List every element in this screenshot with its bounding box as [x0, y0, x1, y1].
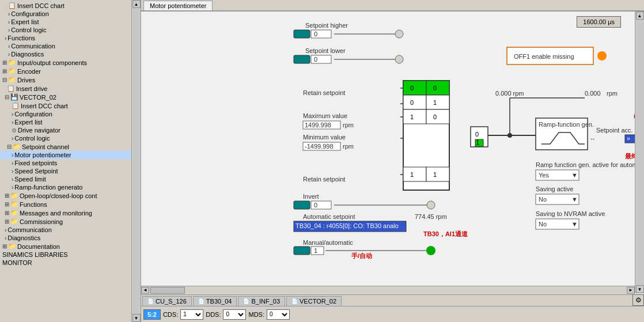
sidebar-item-speed-limit[interactable]: ›Speed limit	[0, 175, 131, 183]
sidebar-item-functions2[interactable]: ⊞📁Functions	[0, 200, 131, 209]
scrollbar-thumb[interactable]	[132, 8, 141, 314]
sidebar-item-expert-list[interactable]: ›Expert list	[0, 18, 131, 26]
tab-bar: 📄CU_S_126📄TB30_04📄B_INF_03📄VECTOR_02	[141, 294, 644, 306]
ramp-active-label: Ramp function gen. active for automatic …	[536, 161, 637, 168]
sidebar-item-open-closed-loop[interactable]: ⊞📁Open-loop/closed-loop cont	[0, 191, 131, 200]
sidebar-item-communication2[interactable]: ›Communication	[0, 226, 131, 234]
svg-text:1: 1	[476, 139, 479, 146]
svg-rect-16	[403, 95, 426, 109]
svg-rect-28	[426, 167, 449, 181]
sidebar-item-configuration2[interactable]: ›Configuration	[0, 110, 131, 118]
svg-text:0: 0	[314, 31, 317, 37]
h-scrollbar[interactable]: ◄ ►	[141, 286, 635, 294]
v-scrollbar[interactable]: ▲ ▼	[635, 12, 644, 293]
h-scroll-right[interactable]: ►	[627, 287, 635, 294]
v-scroll-up[interactable]: ▲	[636, 12, 644, 20]
setpoint-lower-label: Setpoint lower	[305, 47, 346, 54]
sidebar-item-insert-dcc[interactable]: 📋Insert DCC chart	[0, 1, 131, 10]
setpoint-lower-btn[interactable]	[294, 55, 310, 63]
invert-slider[interactable]	[427, 201, 435, 209]
svg-text:0: 0	[410, 99, 414, 106]
diagram-area: Setpoint higher 0 Setpoint lower 0 OFF1	[141, 12, 644, 293]
sidebar-item-encoder[interactable]: ⊞📁Encoder	[0, 67, 131, 75]
dds-label: DDS:	[206, 311, 221, 318]
svg-text:0: 0	[314, 202, 317, 209]
mds-select[interactable]: 0	[267, 309, 290, 320]
annotation-manual: 手/自动	[351, 252, 372, 259]
min-value-label: Minimum value	[303, 134, 346, 141]
svg-text:rpm: rpm	[607, 90, 618, 97]
tab-b_inf_03[interactable]: 📄B_INF_03	[238, 296, 285, 306]
sidebar-item-drive-navigator[interactable]: ⚙Drive navigator	[0, 126, 131, 134]
status-bar: 5:2 CDS: 1 DDS: 0 MDS: 0	[141, 306, 644, 322]
svg-text:0: 0	[433, 85, 437, 92]
sidebar-item-speed-setpoint[interactable]: ›Speed Setpoint	[0, 167, 131, 175]
alert-text: OFF1 enable missing	[514, 53, 574, 60]
svg-text:▼: ▼	[571, 221, 578, 228]
sidebar-item-diagnostics2[interactable]: ›Diagnostics	[0, 234, 131, 242]
v-scroll-down[interactable]: ▼	[636, 285, 644, 293]
sidebar-item-fixed-setpoints[interactable]: ›Fixed setpoints	[0, 159, 131, 167]
h-scroll-thumb[interactable]	[150, 287, 185, 294]
manual-auto-label: Manual/automatic	[303, 239, 353, 246]
invert-btn[interactable]	[294, 201, 310, 209]
invert-label: Invert	[303, 193, 319, 200]
motor-pot-tab[interactable]: Motor potentiometer	[143, 1, 213, 10]
annotation-tb30: TB30，AI1通道	[423, 230, 468, 237]
auto-setpoint-rpm: 774.45 rpm	[415, 213, 447, 220]
sidebar-item-insert-drive[interactable]: 📋Insert drive	[0, 84, 131, 93]
content-area: Motor potentiometer 1600.00 μs Setpoint …	[141, 0, 644, 322]
sidebar-item-sinamics-lib[interactable]: SINAMICS LIBRARIES	[0, 251, 131, 259]
sidebar: 📋Insert DCC chart›Configuration›Expert l…	[0, 0, 141, 322]
scroll-up-btn[interactable]: ▲	[132, 0, 141, 8]
setpoint-lower-slider[interactable]	[395, 55, 403, 63]
svg-rect-12	[403, 81, 426, 95]
sidebar-item-commissioning[interactable]: ⊞📁Commissioning	[0, 217, 131, 226]
setpoint-higher-btn[interactable]	[294, 30, 310, 38]
svg-text:1499.998: 1499.998	[305, 122, 331, 128]
svg-text:No: No	[539, 196, 547, 203]
tab-tb30_04[interactable]: 📄TB30_04	[193, 296, 237, 306]
ramp-label: Ramp-function gen.	[539, 121, 594, 128]
sidebar-item-control-logic2[interactable]: ›Control logic	[0, 134, 131, 142]
sidebar-item-functions[interactable]: ›Functions	[0, 34, 131, 42]
svg-text:1: 1	[433, 171, 437, 178]
setpoint-acc-label: Setpoint acc. to ramp-function gen.	[596, 127, 637, 134]
status-segment: 5:2	[143, 309, 161, 320]
svg-text:0: 0	[433, 113, 437, 120]
sidebar-item-messages[interactable]: ⊞📁Messages and monitoring	[0, 209, 131, 217]
setpoint-higher-slider[interactable]	[395, 30, 403, 38]
sidebar-item-configuration[interactable]: ›Configuration	[0, 10, 131, 18]
sidebar-item-io-components[interactable]: ⊞📁Input/output components	[0, 58, 131, 67]
sidebar-item-vector02[interactable]: ⊟💾VECTOR_02	[0, 93, 131, 101]
scroll-down-btn[interactable]: ▼	[132, 314, 141, 322]
h-scroll-left[interactable]: ◄	[141, 287, 149, 294]
svg-rect-21	[426, 109, 449, 124]
sidebar-item-control-logic[interactable]: ›Control logic	[0, 26, 131, 34]
sidebar-item-drives[interactable]: ⊟📁Drives	[0, 75, 131, 84]
cds-select[interactable]: 1	[180, 309, 203, 320]
manual-auto-indicator	[426, 246, 435, 255]
sidebar-item-communication[interactable]: ›Communication	[0, 42, 131, 50]
alert-indicator	[597, 51, 607, 60]
settings-icon[interactable]: ⚙	[632, 294, 644, 306]
sidebar-item-diagnostics[interactable]: ›Diagnostics	[0, 50, 131, 58]
sidebar-item-documentation[interactable]: ⊞📁Documentation	[0, 242, 131, 251]
saving-nvram-label: Saving to NVRAM active	[536, 210, 605, 217]
svg-text:1: 1	[410, 171, 414, 178]
rpm-right: 0.000	[585, 90, 601, 97]
sidebar-item-expert-list2[interactable]: ›Expert list	[0, 118, 131, 126]
svg-text:0: 0	[314, 56, 317, 63]
auto-setpoint-label: Automatic setpoint	[303, 213, 355, 220]
tab-cu_s_126[interactable]: 📄CU_S_126	[142, 296, 192, 306]
sidebar-item-insert-dcc2[interactable]: 📋Insert DCC chart	[0, 101, 131, 110]
tab-vector_02[interactable]: 📄VECTOR_02	[286, 296, 342, 306]
sidebar-item-motor-pot[interactable]: ›Motor potentiometer	[0, 151, 131, 159]
time-display: 1600.00 μs	[577, 16, 621, 28]
mds-label: MDS:	[248, 311, 264, 318]
dds-select[interactable]: 0	[223, 309, 246, 320]
sidebar-item-monitor[interactable]: MONITOR	[0, 259, 131, 267]
manual-auto-btn[interactable]	[294, 247, 310, 255]
sidebar-item-setpoint-channel[interactable]: ⊟📁Setpoint channel	[0, 142, 131, 151]
sidebar-item-ramp-func[interactable]: ›Ramp-function generato	[0, 183, 131, 191]
